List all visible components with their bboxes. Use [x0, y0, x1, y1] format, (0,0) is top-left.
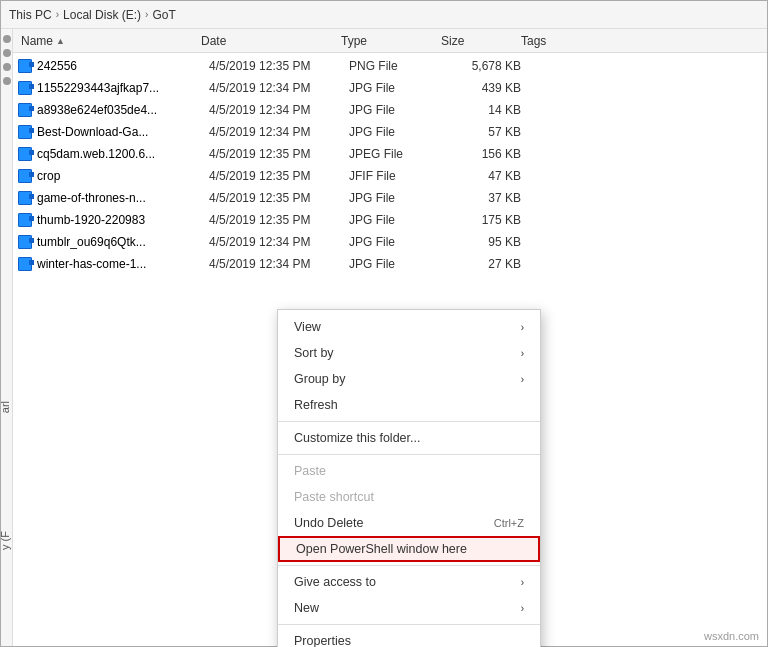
cell-name: 242556	[37, 59, 209, 73]
col-header-date[interactable]: Date	[193, 32, 333, 50]
cell-name: winter-has-come-1...	[37, 257, 209, 271]
menu-item-give-access[interactable]: Give access to›	[278, 569, 540, 595]
menu-item-open-powershell[interactable]: Open PowerShell window here	[278, 536, 540, 562]
menu-item-label-view: View	[294, 320, 321, 334]
menu-item-refresh[interactable]: Refresh	[278, 392, 540, 418]
cell-name: crop	[37, 169, 209, 183]
file-icon	[17, 234, 33, 250]
watermark: wsxdn.com	[704, 630, 759, 642]
table-row[interactable]: winter-has-come-1... 4/5/2019 12:34 PM J…	[13, 253, 767, 275]
menu-item-label-paste-shortcut: Paste shortcut	[294, 490, 374, 504]
menu-shortcut-undo-delete: Ctrl+Z	[494, 517, 524, 529]
cell-type: JPG File	[349, 81, 449, 95]
menu-arrow-group-by: ›	[521, 374, 524, 385]
breadcrumb-this-pc[interactable]: This PC	[9, 8, 52, 22]
col-header-tags[interactable]: Tags	[513, 32, 593, 50]
cell-type: PNG File	[349, 59, 449, 73]
cell-date: 4/5/2019 12:34 PM	[209, 81, 349, 95]
cell-size: 37 KB	[449, 191, 529, 205]
menu-arrow-new: ›	[521, 603, 524, 614]
file-icon	[17, 80, 33, 96]
left-nav-label-2: y (F	[0, 531, 11, 550]
table-row[interactable]: Best-Download-Ga... 4/5/2019 12:34 PM JP…	[13, 121, 767, 143]
file-icon	[17, 212, 33, 228]
breadcrumb: This PC › Local Disk (E:) › GoT	[1, 1, 767, 29]
menu-item-paste: Paste	[278, 458, 540, 484]
cell-size: 57 KB	[449, 125, 529, 139]
breadcrumb-local-disk[interactable]: Local Disk (E:)	[63, 8, 141, 22]
menu-item-label-undo-delete: Undo Delete	[294, 516, 364, 530]
cell-date: 4/5/2019 12:35 PM	[209, 191, 349, 205]
cell-size: 439 KB	[449, 81, 529, 95]
table-row[interactable]: crop 4/5/2019 12:35 PM JFIF File 47 KB	[13, 165, 767, 187]
table-row[interactable]: a8938e624ef035de4... 4/5/2019 12:34 PM J…	[13, 99, 767, 121]
menu-item-label-group-by: Group by	[294, 372, 345, 386]
explorer-window: This PC › Local Disk (E:) › GoT Name ▲ D…	[0, 0, 768, 647]
cell-name: Best-Download-Ga...	[37, 125, 209, 139]
sort-arrow-name: ▲	[56, 36, 65, 46]
cell-type: JPG File	[349, 191, 449, 205]
cell-size: 95 KB	[449, 235, 529, 249]
cell-date: 4/5/2019 12:34 PM	[209, 235, 349, 249]
cell-date: 4/5/2019 12:34 PM	[209, 125, 349, 139]
menu-item-view[interactable]: View›	[278, 314, 540, 340]
cell-size: 5,678 KB	[449, 59, 529, 73]
sidebar-pin-2	[3, 49, 11, 57]
file-list: 242556 4/5/2019 12:35 PM PNG File 5,678 …	[13, 53, 767, 277]
menu-item-label-give-access: Give access to	[294, 575, 376, 589]
menu-separator	[278, 421, 540, 422]
cell-date: 4/5/2019 12:35 PM	[209, 213, 349, 227]
menu-separator	[278, 624, 540, 625]
cell-name: thumb-1920-220983	[37, 213, 209, 227]
menu-item-group-by[interactable]: Group by›	[278, 366, 540, 392]
file-icon	[17, 190, 33, 206]
cell-size: 175 KB	[449, 213, 529, 227]
breadcrumb-sep2: ›	[145, 9, 148, 20]
cell-type: JPEG File	[349, 147, 449, 161]
sidebar-pin-3	[3, 63, 11, 71]
col-header-name[interactable]: Name ▲	[13, 32, 193, 50]
menu-item-label-paste: Paste	[294, 464, 326, 478]
menu-arrow-view: ›	[521, 322, 524, 333]
cell-size: 156 KB	[449, 147, 529, 161]
table-row[interactable]: thumb-1920-220983 4/5/2019 12:35 PM JPG …	[13, 209, 767, 231]
table-row[interactable]: tumblr_ou69q6Qtk... 4/5/2019 12:34 PM JP…	[13, 231, 767, 253]
menu-item-undo-delete[interactable]: Undo DeleteCtrl+Z	[278, 510, 540, 536]
cell-name: a8938e624ef035de4...	[37, 103, 209, 117]
col-header-type[interactable]: Type	[333, 32, 433, 50]
file-icon	[17, 146, 33, 162]
column-headers: Name ▲ Date Type Size Tags	[13, 29, 767, 53]
sidebar-pin-4	[3, 77, 11, 85]
breadcrumb-got[interactable]: GoT	[152, 8, 175, 22]
menu-item-new[interactable]: New›	[278, 595, 540, 621]
menu-item-label-new: New	[294, 601, 319, 615]
cell-size: 14 KB	[449, 103, 529, 117]
cell-size: 47 KB	[449, 169, 529, 183]
context-menu: View›Sort by›Group by›RefreshCustomize t…	[277, 309, 541, 647]
cell-type: JPG File	[349, 103, 449, 117]
table-row[interactable]: 11552293443ajfkap7... 4/5/2019 12:34 PM …	[13, 77, 767, 99]
file-icon	[17, 256, 33, 272]
cell-name: tumblr_ou69q6Qtk...	[37, 235, 209, 249]
menu-item-label-sort-by: Sort by	[294, 346, 334, 360]
col-header-size[interactable]: Size	[433, 32, 513, 50]
cell-type: JPG File	[349, 213, 449, 227]
breadcrumb-sep1: ›	[56, 9, 59, 20]
cell-name: cq5dam.web.1200.6...	[37, 147, 209, 161]
cell-name: 11552293443ajfkap7...	[37, 81, 209, 95]
left-nav-label: arl	[0, 401, 11, 413]
menu-item-sort-by[interactable]: Sort by›	[278, 340, 540, 366]
table-row[interactable]: cq5dam.web.1200.6... 4/5/2019 12:35 PM J…	[13, 143, 767, 165]
cell-date: 4/5/2019 12:35 PM	[209, 147, 349, 161]
file-icon	[17, 168, 33, 184]
menu-item-customize[interactable]: Customize this folder...	[278, 425, 540, 451]
table-row[interactable]: 242556 4/5/2019 12:35 PM PNG File 5,678 …	[13, 55, 767, 77]
cell-type: JPG File	[349, 235, 449, 249]
menu-item-properties[interactable]: Properties	[278, 628, 540, 647]
file-icon	[17, 58, 33, 74]
main-content: Name ▲ Date Type Size Tags 242556 4/5/20…	[13, 29, 767, 277]
cell-type: JPG File	[349, 257, 449, 271]
menu-item-label-customize: Customize this folder...	[294, 431, 420, 445]
table-row[interactable]: game-of-thrones-n... 4/5/2019 12:35 PM J…	[13, 187, 767, 209]
menu-separator	[278, 454, 540, 455]
